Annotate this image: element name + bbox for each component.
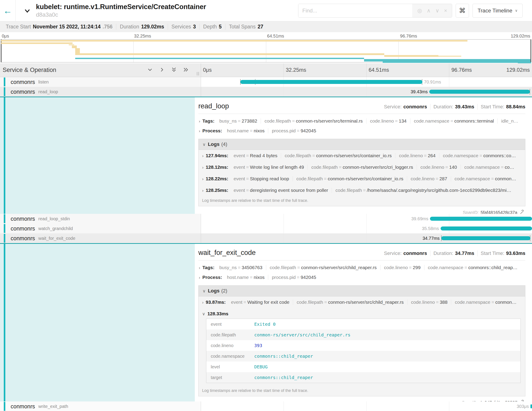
operation-name: read_loop_stdin [38,216,70,221]
equals: = [408,265,413,270]
span-name-cell[interactable]: conmonrs read_loop_stdin [0,214,201,224]
meta-value: 27 [257,24,263,30]
table-row: code.lineno393 [206,340,521,351]
prev-match-icon[interactable]: ∧ [427,8,431,14]
expand-one-icon[interactable] [159,66,165,73]
equals: = [449,118,454,123]
field-key: code.filepath [296,176,323,181]
span-bar[interactable] [430,217,532,221]
log-entry[interactable]: › 127.94ms: event=Read 4 bytes code.file… [199,150,525,161]
service-name: conmonrs [11,225,35,232]
log-entry[interactable]: › 128.12ms: event=Wrote log line of leng… [199,161,525,173]
equals: = [323,300,328,305]
span-timeline-cell[interactable]: 35.58ms [201,224,532,233]
span-name-cell[interactable]: conmonrs watch_grandchild [0,224,201,233]
keyboard-shortcuts-button[interactable]: ⌘ [456,4,469,18]
logs-box: ∨ Logs (2) › 93.87ms: event=Waiting for … [198,285,525,396]
field-value: conmonrs::child_reaper [254,375,313,380]
equals: = [245,165,250,170]
link-icon[interactable] [519,210,524,214]
span-name-cell[interactable]: conmonrs write_exit_path [0,401,201,411]
meta-label: Total Spans [229,24,256,30]
next-match-icon[interactable]: ∨ [435,8,439,14]
tag-key: code.lineno [370,118,394,123]
span-bar[interactable] [441,236,531,240]
field-key: event [231,300,242,305]
field-key: code.namespace [455,300,490,305]
logs-header[interactable]: ∨ Logs (4) [199,139,525,150]
span-timeline-cell[interactable]: 39.43ms [201,87,532,97]
chevron-right-icon: › [202,165,203,170]
tags-section[interactable]: › Tags: busy_ns=273882 code.filepath=con… [198,118,525,124]
expand-all-icon[interactable] [183,66,189,73]
span-row-read-loop-stdin[interactable]: conmonrs read_loop_stdin 39.69ms [0,214,532,224]
field-value: conmon-rs/server/src/container_io.rs [316,153,392,158]
trace-collapse-toggle[interactable] [23,6,31,15]
match-case-icon[interactable]: ◎ [417,8,422,14]
log-fields-table: eventExited 0 code.filepathconmon-rs/ser… [206,319,521,383]
log-entry[interactable]: › 128.22ms: event=Stopping read loop cod… [199,173,525,185]
tick-label: 0μs [203,67,212,73]
logs-count: (2) [221,288,227,294]
span-name-cell[interactable]: conmonrs read_loop [0,87,201,97]
process-section[interactable]: › Process: host.name=nixos process.pid=9… [198,128,525,133]
column-resize-handle[interactable] [197,72,199,76]
process-section[interactable]: › Process: host.name=nixos process.pid=9… [198,275,525,280]
clear-find-icon[interactable]: × [444,8,447,14]
log-entry[interactable]: › 128.25ms: event=deregistering event so… [199,185,525,196]
service-color-bar [4,97,5,214]
tag-value: conmon-rs/server/src/terminal.rs [296,118,363,123]
tags-section[interactable]: › Tags: busy_ns=34506763 code.filepath=c… [198,265,525,270]
span-row-listen[interactable]: conmonrs listen 70.91ms [0,77,532,87]
detail-meta: Service:conmonrs Duration:39.43ms Start … [381,104,525,110]
span-timeline-cell[interactable]: 303μs [201,401,532,411]
log-entry-expanded[interactable]: ∨ 128.33ms [199,308,525,317]
trace-view-select[interactable]: Trace Timeline ∨ [473,4,523,18]
log-field: code.lineno=140 [417,165,461,170]
span-row-write-exit-path[interactable]: conmonrs write_exit_path 303μs [0,401,532,411]
span-timeline-cell[interactable]: 70.91ms [201,77,532,87]
log-timestamp: 93.87ms: [206,300,226,305]
meta-total-spans: Total Spans 27 [225,24,267,30]
span-name-cell[interactable]: conmonrs wait_for_exit_code [0,233,201,243]
span-bar[interactable] [441,226,532,230]
span-bar[interactable] [531,404,532,408]
minimap-span [384,55,438,57]
span-bar[interactable] [240,80,422,84]
meta-depth: Depth 5 [200,24,225,30]
span-name-cell[interactable]: conmonrs listen [0,77,201,87]
span-row-wait-for-exit-code[interactable]: conmonrs wait_for_exit_code 34.77ms [0,233,532,243]
collapse-one-icon[interactable] [147,66,153,73]
chevron-right-icon: › [202,300,203,305]
tag-chip: code.namespace=conmonrs::terminal [410,118,498,124]
tick-label: 96.76ms [451,67,472,73]
service-name: conmonrs [11,235,35,242]
page-title: kubelet: runtime.v1.RuntimeService/Creat… [36,3,206,11]
equals: = [434,176,439,181]
span-timeline-cell[interactable]: 34.77ms [201,233,532,243]
process-chip: process.pid=942045 [268,128,320,133]
span-row-watch-grandchild[interactable]: conmonrs watch_grandchild 35.58ms [0,224,532,233]
span-bar[interactable] [429,90,530,94]
service-color-bar [4,87,5,96]
back-button[interactable]: ← [0,0,16,21]
field-key: code.filepath [211,333,254,338]
log-entry[interactable]: › 93.87ms: event=Waiting for exit code c… [199,296,525,308]
process-value: 942045 [301,128,316,133]
span-timeline-cell[interactable]: 39.69ms [201,214,532,224]
collapse-all-icon[interactable] [171,66,177,73]
field-value: conmonrs::child_reaper [254,353,313,359]
tick-label: 129.02ms [506,67,530,73]
tag-value: conmonrs::terminal [454,118,494,123]
minimap-canvas[interactable] [1,39,531,62]
find-input[interactable] [298,4,412,17]
process-value: nixos [254,128,265,133]
span-row-read-loop[interactable]: conmonrs read_loop 39.43ms [0,87,532,97]
timeline-minimap[interactable]: 0μs 32.25ms 64.51ms 96.76ms 129.02ms [0,32,532,63]
logs-header[interactable]: ∨ Logs (2) [199,285,525,296]
field-value: 140 [449,165,457,170]
log-timestamp: 127.94ms: [206,153,228,158]
link-icon[interactable] [519,400,524,401]
table-row: levelDEBUG [206,362,521,372]
field-value: conmonrs::co… [483,153,516,158]
